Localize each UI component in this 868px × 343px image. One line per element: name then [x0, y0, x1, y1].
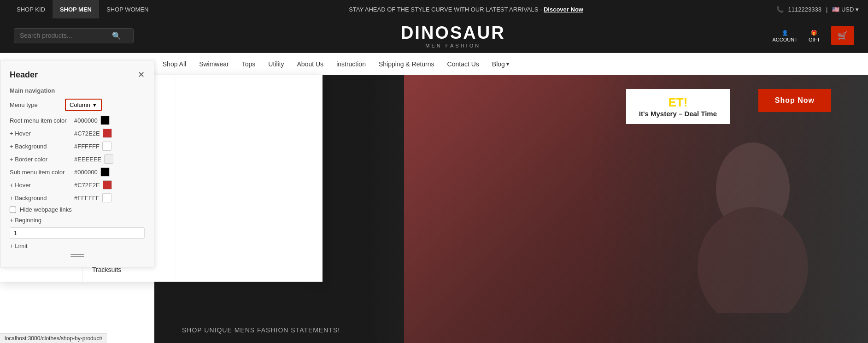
gift-icon: 🎁	[811, 30, 817, 36]
logo-sub: MEN FASHION	[401, 43, 505, 48]
bg-label[interactable]: + Background	[10, 143, 74, 150]
border-row: + Border color #EEEEEE	[10, 154, 145, 164]
side-panel: Header ✕ Main navigation Menu type Colum…	[0, 60, 154, 267]
top-bar: SHOP KID SHOP MEN SHOP WOMEN STAY AHEAD …	[0, 0, 868, 18]
sub-menu-row: Sub menu item color #000000	[10, 167, 145, 177]
hero-bottom-text: SHOP UNIQUE MENS FASHION STATEMENTS!	[182, 326, 340, 334]
account-icon-area[interactable]: 👤 ACCOUNT	[773, 29, 798, 42]
sub-bg-row: + Background #FFFFFF	[10, 193, 145, 202]
search-icon[interactable]: 🔍	[112, 31, 121, 40]
nav-utility[interactable]: Utility	[262, 53, 290, 75]
sub-bg-value: #FFFFFF	[74, 195, 100, 201]
hide-links-label: Hide webpage links	[20, 206, 72, 213]
logo: DINOSAUR MEN FASHION	[401, 23, 505, 48]
root-color-swatch[interactable]	[100, 116, 110, 125]
sub-menu-label: Sub menu item color	[10, 169, 74, 176]
hero-image: ET! It's Mystery – Deal Time Shop Now	[404, 75, 868, 343]
search-input[interactable]	[20, 32, 112, 39]
panel-header: Header ✕	[10, 70, 145, 80]
nav-tops[interactable]: Tops	[235, 53, 262, 75]
beginning-label[interactable]: + Beginning	[10, 217, 74, 224]
discover-now-link[interactable]: Discover Now	[544, 6, 583, 13]
section-label: Main navigation	[10, 87, 145, 94]
sub-menu-swatch[interactable]	[100, 167, 110, 177]
sub-menu-value: #000000	[74, 169, 98, 176]
menu-type-row: Menu type Column ▾	[10, 99, 145, 111]
header-right: 👤 ACCOUNT 🎁 GIFT 🛒	[773, 26, 854, 45]
nav-blog[interactable]: Blog	[486, 53, 516, 75]
root-color-row: Root menu item color #000000	[10, 116, 145, 125]
account-icon: 👤	[782, 30, 788, 36]
nav-contact[interactable]: Contact Us	[441, 53, 486, 75]
gift-label: GIFT	[809, 37, 820, 42]
search-area[interactable]: 🔍	[14, 28, 134, 43]
hover-value: #C72E2E	[74, 130, 100, 137]
sub-hover-swatch[interactable]	[103, 180, 112, 189]
status-url: localhost:3000/clothes/shop-by-product/	[5, 335, 102, 342]
phone-icon: 📞	[776, 6, 784, 13]
menu-type-value: Column	[70, 101, 90, 108]
menu-type-label: Menu type	[10, 101, 65, 108]
border-value: #EEEEEE	[74, 156, 101, 163]
svg-point-3	[698, 207, 808, 313]
currency-selector[interactable]: 🇺🇸 USD ▾	[832, 6, 859, 13]
bg-value: #FFFFFF	[74, 143, 100, 150]
status-bar: localhost:3000/clothes/shop-by-product/	[0, 333, 107, 343]
nav-swimwear[interactable]: Swimwear	[193, 53, 235, 75]
nav-shop-all[interactable]: Shop All	[156, 53, 193, 75]
sub-hover-value: #C72E2E	[74, 182, 100, 189]
nav-shipping[interactable]: Shipping & Returns	[372, 53, 441, 75]
hover-swatch[interactable]	[103, 129, 112, 138]
gift-icon-area[interactable]: 🎁 GIFT	[809, 29, 820, 42]
top-nav: SHOP KID SHOP MEN SHOP WOMEN	[9, 0, 156, 18]
promo-banner: STAY AHEAD OF THE STYLE CURVE WITH OUR L…	[156, 6, 776, 13]
root-color-label: Root menu item color	[10, 117, 74, 124]
hover-row: + Hover #C72E2E	[10, 129, 145, 138]
bg-row: + Background #FFFFFF	[10, 142, 145, 151]
deal-exclaim: ET!	[668, 95, 687, 110]
header: 🔍 DINOSAUR MEN FASHION 👤 ACCOUNT 🎁 GIFT …	[0, 18, 868, 53]
chevron-down-icon: ▾	[93, 101, 96, 108]
svg-rect-0	[70, 254, 84, 255]
limit-label[interactable]: + Limit	[10, 242, 74, 249]
sub-hover-row: + Hover #C72E2E	[10, 180, 145, 189]
beginning-row: + Beginning	[10, 217, 145, 224]
account-label: ACCOUNT	[773, 37, 798, 42]
panel-title: Header	[10, 70, 38, 80]
bg-swatch[interactable]	[102, 142, 111, 151]
menu-type-select[interactable]: Column ▾	[65, 99, 102, 111]
sub-hover-label[interactable]: + Hover	[10, 182, 74, 189]
phone-number: 1112223333	[788, 6, 821, 13]
root-color-value: #000000	[74, 117, 98, 124]
resize-handle[interactable]	[10, 254, 145, 258]
sub-bg-swatch[interactable]	[102, 193, 111, 202]
cart-button[interactable]: 🛒	[831, 26, 854, 45]
nav-shop-men[interactable]: SHOP MEN	[53, 0, 99, 18]
border-label[interactable]: + Border color	[10, 156, 74, 163]
border-swatch[interactable]	[104, 154, 113, 164]
close-button[interactable]: ✕	[138, 70, 145, 80]
limit-row: + Limit	[10, 242, 145, 249]
deal-badge: ET! It's Mystery – Deal Time	[626, 89, 730, 124]
nav-about-us[interactable]: About Us	[291, 53, 330, 75]
nav-shop-kid[interactable]: SHOP KID	[9, 0, 53, 18]
deal-text: It's Mystery – Deal Time	[639, 110, 717, 118]
top-bar-right: 📞 1112223333 | 🇺🇸 USD ▾	[776, 6, 859, 13]
logo-title: DINOSAUR	[401, 23, 505, 43]
hover-label[interactable]: + Hover	[10, 130, 74, 137]
nav-shop-women[interactable]: SHOP WOMEN	[99, 0, 156, 18]
sub-bg-label[interactable]: + Background	[10, 195, 74, 201]
hide-links-checkbox[interactable]	[10, 207, 16, 213]
beginning-input[interactable]	[10, 227, 145, 239]
svg-rect-1	[70, 256, 84, 257]
shop-now-button[interactable]: Shop Now	[758, 89, 831, 112]
nav-instruction[interactable]: instruction	[330, 53, 372, 75]
hide-links-row: Hide webpage links	[10, 206, 145, 213]
